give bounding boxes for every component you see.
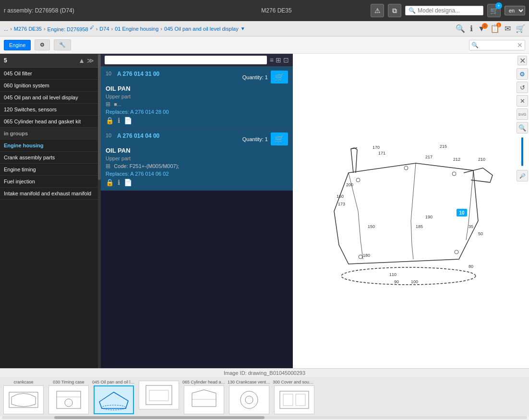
- sidebar-header: 5 ▲ ≫: [0, 54, 98, 68]
- copy-icon[interactable]: ⧉: [388, 4, 401, 17]
- thumbnail-3[interactable]: [137, 380, 180, 414]
- search-icon: 🔍: [409, 7, 416, 14]
- sidebar-item-oil-filter[interactable]: 045 Oil filter: [0, 68, 98, 80]
- sidebar-item-cylinder[interactable]: 065 Cylinder head and gasket kit: [0, 116, 98, 128]
- breadcrumb-item-5[interactable]: 045 Oil pan and oil level display ▼: [164, 26, 245, 32]
- svg-text:110: 110: [389, 272, 397, 277]
- thumbnail-scrollbar[interactable]: [2, 416, 527, 419]
- svg-rect-32: [146, 385, 172, 405]
- svg-point-3: [404, 166, 408, 170]
- svg-text:217: 217: [425, 155, 433, 159]
- parts-list-header: ≡ ⊞ ⊡: [101, 54, 293, 67]
- filter-icon[interactable]: ▼ 1: [478, 24, 485, 33]
- model-search-input[interactable]: [418, 7, 480, 14]
- part-qty-label-1: Quantity: 1: [242, 136, 268, 142]
- toolbar-search-clear[interactable]: ✕: [517, 41, 523, 49]
- part-number-1[interactable]: A 276 014 04 00: [117, 132, 242, 139]
- info-icon[interactable]: ℹ: [470, 24, 473, 33]
- part-number-0[interactable]: A 276 014 31 00: [117, 71, 242, 77]
- part-desc-1: Upper part: [106, 156, 288, 161]
- svg-text:50: 50: [478, 231, 483, 236]
- header-title: r assembly: D276958 (D74): [4, 7, 182, 14]
- cart-icon[interactable]: 🛒: [516, 24, 525, 33]
- part-lock-icon-1[interactable]: 🔒: [106, 179, 114, 186]
- svg-text:185: 185: [416, 224, 423, 229]
- svg-text:212: 212: [453, 157, 460, 162]
- sidebar-item-ignition[interactable]: 060 Ignition system: [0, 80, 98, 92]
- zoom-icon[interactable]: 🔍: [456, 24, 465, 33]
- thumbnail-4[interactable]: 065 Cylinder head and gasket kit: [182, 380, 226, 414]
- sidebar-collapse-icon[interactable]: ▲: [78, 57, 85, 64]
- breadcrumb-item-4[interactable]: 01 Engine housing: [115, 26, 158, 32]
- breadcrumb: ... › M276 DE35 › Engine: D276958 🖊 › D7…: [0, 21, 529, 36]
- part-cart-btn-1[interactable]: 🛒: [271, 132, 288, 145]
- diagram-tool-zoom-out[interactable]: 🔎: [517, 170, 528, 181]
- grid-view-icon[interactable]: ⊞: [276, 56, 281, 64]
- diagram-close-btn[interactable]: ✕: [517, 56, 527, 65]
- thumbnail-0[interactable]: crankcase: [2, 380, 45, 414]
- thumbnail-5[interactable]: 130 Crankcase ventilation: [228, 380, 271, 414]
- sidebar-group-engine-timing[interactable]: Engine timing: [0, 164, 98, 176]
- part-cart-btn-0[interactable]: 🛒: [271, 71, 288, 84]
- language-selector[interactable]: en de fr: [505, 6, 525, 15]
- sidebar-group-engine-housing[interactable]: Engine housing: [0, 140, 98, 152]
- parts-search-input[interactable]: [105, 56, 267, 64]
- tab-engine[interactable]: Engine: [4, 40, 31, 50]
- part-card-0: 10 A 276 014 31 00 Quantity: 1 🛒 OIL PAN…: [101, 67, 293, 129]
- part-info-icon-0[interactable]: ℹ: [118, 117, 120, 124]
- part-doc-icon-1[interactable]: 📄: [124, 179, 132, 186]
- part-card-1: 10 A 276 014 04 00 Quantity: 1 🛒 OIL PAN…: [101, 129, 293, 191]
- breadcrumb-item-0[interactable]: ...: [4, 26, 8, 32]
- diagram-tool-svg[interactable]: SVG: [517, 108, 528, 120]
- sidebar-group-fuel[interactable]: Fuel injection: [0, 176, 98, 188]
- expand-view-icon[interactable]: ⊡: [283, 56, 289, 64]
- svg-text:180: 180: [363, 253, 370, 258]
- diagram-slider[interactable]: [521, 137, 523, 166]
- svg-text:90: 90: [394, 279, 399, 284]
- sidebar-item-switches[interactable]: 120 Switches, sensors: [0, 104, 98, 116]
- sidebar-group-intake[interactable]: Intake manifold and exhaust manifold: [0, 188, 98, 200]
- svg-text:100: 100: [411, 279, 418, 284]
- tab-settings[interactable]: ⚙: [35, 39, 50, 50]
- email-icon[interactable]: ✉: [505, 24, 511, 33]
- part-doc-icon-0[interactable]: 📄: [124, 117, 132, 124]
- grid-icon-0: ⊞: [106, 101, 110, 108]
- grid-icon-1: ⊞: [106, 163, 110, 169]
- sidebar-expand-icon[interactable]: ≫: [87, 57, 94, 64]
- svg-rect-37: [283, 394, 293, 406]
- svg-text:10: 10: [459, 210, 465, 216]
- breadcrumb-dropdown-icon[interactable]: ▼: [240, 26, 245, 31]
- diagram-area: ✕: [293, 54, 529, 368]
- diagram-tool-close2[interactable]: ✕: [517, 95, 528, 107]
- diagram-tool-zoom-in[interactable]: 🔍: [517, 122, 528, 133]
- cart-badge: +: [495, 2, 502, 9]
- toolbar-search-icon: 🔍: [471, 42, 479, 48]
- document-icon[interactable]: 📋 1: [490, 24, 500, 33]
- part-info-icon-1[interactable]: ℹ: [118, 179, 120, 186]
- diagram-tool-settings[interactable]: ⚙: [517, 68, 528, 80]
- thumbnail-6[interactable]: 300 Cover and soundproofing: [273, 380, 316, 414]
- cart-button[interactable]: 🛒 +: [487, 4, 501, 17]
- part-lock-icon-0[interactable]: 🔒: [106, 117, 114, 124]
- part-replaces-1[interactable]: Replaces: A 276 014 06 02: [106, 171, 288, 177]
- breadcrumb-item-1[interactable]: M276 DE35: [14, 26, 42, 32]
- svg-text:170: 170: [373, 145, 380, 150]
- breadcrumb-item-3[interactable]: D74: [99, 26, 109, 32]
- sidebar-group-crank[interactable]: Crank assembly parts: [0, 152, 98, 164]
- thumbnail-1[interactable]: 030 Timing case: [47, 380, 90, 414]
- toolbar-search-input[interactable]: [479, 42, 517, 48]
- list-view-icon[interactable]: ≡: [270, 56, 274, 64]
- diagram-tool-history[interactable]: ↺: [517, 82, 528, 93]
- sidebar-section-number: 5: [4, 57, 7, 64]
- filter-badge: 1: [482, 23, 488, 29]
- tab-wrench[interactable]: 🔧: [54, 39, 71, 50]
- svg-point-2: [356, 178, 360, 182]
- thumbnail-2[interactable]: 045 Oil pan and oil level display: [92, 380, 135, 414]
- svg-line-0: [351, 148, 357, 149]
- warning-icon[interactable]: ⚠: [371, 4, 384, 17]
- sidebar-item-oil-pan[interactable]: 045 Oil pan and oil level display: [0, 92, 98, 104]
- toolbar: Engine ⚙ 🔧 🔍 ✕: [0, 36, 529, 54]
- part-replaces-0[interactable]: Replaces: A 276 014 28 00: [106, 109, 288, 115]
- breadcrumb-item-2[interactable]: Engine: D276958 🖊: [48, 25, 94, 32]
- part-name-0: OIL PAN: [106, 85, 288, 92]
